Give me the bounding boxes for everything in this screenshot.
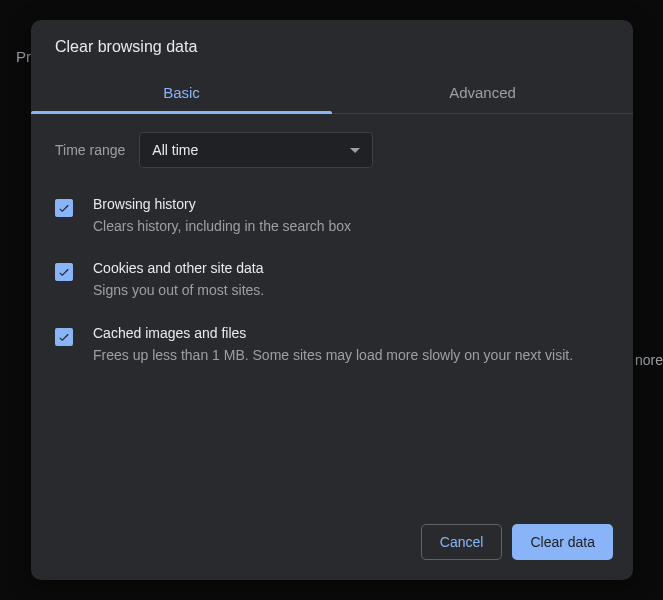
option-text: Cookies and other site data Signs you ou… xyxy=(93,260,609,300)
chevron-down-icon xyxy=(350,148,360,153)
check-icon xyxy=(57,201,71,215)
checkbox-cookies[interactable] xyxy=(55,263,73,281)
check-icon xyxy=(57,330,71,344)
cancel-button[interactable]: Cancel xyxy=(421,524,503,560)
background-page-text: nore xyxy=(635,352,663,368)
tab-advanced[interactable]: Advanced xyxy=(332,76,633,113)
dialog-title: Clear browsing data xyxy=(31,20,633,76)
clear-browsing-data-dialog: Clear browsing data Basic Advanced Time … xyxy=(31,20,633,580)
option-browsing-history: Browsing history Clears history, includi… xyxy=(55,196,609,236)
option-description: Frees up less than 1 MB. Some sites may … xyxy=(93,345,609,365)
option-title: Cached images and files xyxy=(93,325,609,341)
option-cached: Cached images and files Frees up less th… xyxy=(55,325,609,365)
dialog-footer: Cancel Clear data xyxy=(31,508,633,580)
tab-basic[interactable]: Basic xyxy=(31,76,332,113)
time-range-row: Time range All time xyxy=(55,132,609,168)
check-icon xyxy=(57,265,71,279)
option-text: Browsing history Clears history, includi… xyxy=(93,196,609,236)
checkbox-browsing-history[interactable] xyxy=(55,199,73,217)
tabs: Basic Advanced xyxy=(31,76,633,114)
option-description: Signs you out of most sites. xyxy=(93,280,609,300)
option-cookies: Cookies and other site data Signs you ou… xyxy=(55,260,609,300)
option-text: Cached images and files Frees up less th… xyxy=(93,325,609,365)
dialog-content: Time range All time Browsing history Cle… xyxy=(31,114,633,508)
time-range-value: All time xyxy=(152,142,198,158)
option-title: Browsing history xyxy=(93,196,609,212)
time-range-select[interactable]: All time xyxy=(139,132,373,168)
option-title: Cookies and other site data xyxy=(93,260,609,276)
option-description: Clears history, including in the search … xyxy=(93,216,609,236)
time-range-label: Time range xyxy=(55,142,125,158)
checkbox-cached[interactable] xyxy=(55,328,73,346)
clear-data-button[interactable]: Clear data xyxy=(512,524,613,560)
